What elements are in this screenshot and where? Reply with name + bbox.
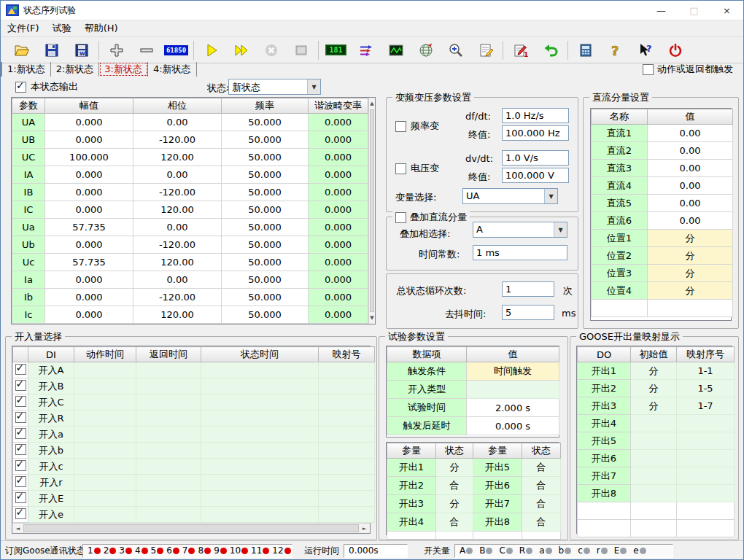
di-value-cell[interactable] xyxy=(74,411,136,427)
param-value-cell[interactable]: 120.00 xyxy=(133,254,222,271)
vector-diagram-button[interactable] xyxy=(351,39,381,61)
column-header[interactable]: 映射序号 xyxy=(677,347,735,362)
column-header[interactable]: DI xyxy=(28,347,74,362)
empty-cell[interactable] xyxy=(648,300,733,317)
empty-cell[interactable] xyxy=(436,532,473,540)
do-mapping-cell[interactable] xyxy=(677,467,735,485)
empty-cell[interactable] xyxy=(631,502,677,520)
param-value-cell[interactable]: 50.000 xyxy=(222,289,309,306)
param-value-cell[interactable]: 50.000 xyxy=(222,184,309,201)
column-header[interactable]: 相位 xyxy=(133,98,222,114)
param-name-cell[interactable]: Ib xyxy=(12,289,45,306)
dvdt-input[interactable]: 1.0 V/s xyxy=(502,150,569,166)
do-name-cell[interactable]: 开出8 xyxy=(578,485,631,502)
param-name-cell[interactable]: IA xyxy=(12,166,45,184)
test-value-cell[interactable]: 0.000 s xyxy=(467,417,559,435)
save-report-button[interactable]: W xyxy=(66,39,96,61)
dc-name-cell[interactable]: 位置1 xyxy=(592,230,648,247)
di-check-cell[interactable] xyxy=(13,475,28,491)
di-value-cell[interactable] xyxy=(319,475,375,491)
di-value-cell[interactable] xyxy=(136,443,201,459)
di-value-cell[interactable] xyxy=(201,459,319,475)
dc-name-cell[interactable]: 位置2 xyxy=(592,247,648,265)
iec61850-button[interactable]: 61850 xyxy=(161,39,191,61)
checkbox-icon[interactable] xyxy=(15,492,26,503)
param-value-cell[interactable]: 0.000 xyxy=(309,306,368,324)
do-name-cell[interactable]: 开出2 xyxy=(578,380,631,397)
param-value-cell[interactable]: 50.000 xyxy=(222,254,309,271)
empty-cell[interactable] xyxy=(578,520,631,537)
di-value-cell[interactable] xyxy=(319,411,375,427)
do-mapping-cell[interactable]: 1-5 xyxy=(677,380,735,397)
param-value-cell[interactable]: 0.000 xyxy=(45,166,133,184)
di-check-cell[interactable] xyxy=(13,507,28,523)
di-value-cell[interactable] xyxy=(136,378,201,394)
minimize-button[interactable]: — xyxy=(645,1,678,20)
do-mapping-cell[interactable] xyxy=(677,432,735,450)
dc-name-cell[interactable]: 位置4 xyxy=(592,282,648,300)
do-name-cell[interactable]: 开出1 xyxy=(578,362,631,380)
param-value-cell[interactable]: 0.000 xyxy=(309,271,368,289)
output-state-cell[interactable]: 合 xyxy=(436,477,473,495)
state-name-combobox[interactable]: 新状态 ▼ xyxy=(228,79,321,95)
time-constant-input[interactable]: 1 ms xyxy=(473,245,567,260)
column-header[interactable]: 初始值 xyxy=(631,347,677,362)
column-header[interactable]: 值 xyxy=(648,109,733,125)
di-value-cell[interactable] xyxy=(74,362,136,378)
loop-count-input[interactable]: 1 xyxy=(502,281,554,297)
di-value-cell[interactable] xyxy=(319,362,375,378)
do-mapping-cell[interactable]: 1-7 xyxy=(677,397,735,415)
empty-cell[interactable] xyxy=(522,532,561,540)
di-check-cell[interactable] xyxy=(13,394,28,411)
freq-ramp-checkbox[interactable]: 频率变 xyxy=(395,120,439,133)
di-name-cell[interactable]: 开入c xyxy=(28,459,74,475)
column-header[interactable]: 幅值 xyxy=(45,98,133,114)
scrollbar-thumb[interactable] xyxy=(23,524,359,532)
di-check-cell[interactable] xyxy=(13,491,28,507)
chevron-down-icon[interactable]: ▼ xyxy=(307,79,320,94)
maximize-button[interactable]: □ xyxy=(678,1,710,20)
di-value-cell[interactable] xyxy=(74,475,136,491)
do-name-cell[interactable]: 开出7 xyxy=(578,467,631,485)
di-name-cell[interactable]: 开入C xyxy=(28,394,74,411)
di-name-cell[interactable]: 开入A xyxy=(28,362,74,378)
checkbox-icon[interactable] xyxy=(15,476,26,487)
tab-state-1[interactable]: 1:新状态 xyxy=(2,62,51,77)
param-value-cell[interactable]: 100.000 xyxy=(45,149,133,166)
param-value-cell[interactable]: 0.000 xyxy=(309,289,368,306)
test-value-cell[interactable]: 时间触发 xyxy=(467,362,559,381)
do-name-cell[interactable]: 开出6 xyxy=(578,450,631,467)
run-all-button[interactable] xyxy=(226,39,256,61)
param-name-cell[interactable]: IC xyxy=(12,201,45,219)
param-value-cell[interactable]: 0.00 xyxy=(133,166,222,184)
di-value-cell[interactable] xyxy=(201,491,319,507)
dc-value-cell[interactable]: 0.00 xyxy=(648,142,733,160)
di-value-cell[interactable] xyxy=(74,491,136,507)
di-value-cell[interactable] xyxy=(74,459,136,475)
param-value-cell[interactable]: 0.000 xyxy=(309,184,368,201)
output-state-cell[interactable]: 合 xyxy=(522,477,561,495)
column-header[interactable]: 状态 xyxy=(436,443,473,459)
do-initial-cell[interactable] xyxy=(631,467,677,485)
output-state-cell[interactable]: 分 xyxy=(436,495,473,513)
context-help-button[interactable]: ? xyxy=(630,39,660,61)
di-value-cell[interactable] xyxy=(201,443,319,459)
param-value-cell[interactable]: 0.000 xyxy=(309,149,368,166)
di-value-cell[interactable] xyxy=(319,378,375,394)
exit-button[interactable] xyxy=(660,39,690,61)
scroll-right-icon[interactable]: ► xyxy=(359,524,370,533)
param-value-cell[interactable]: -120.00 xyxy=(133,289,222,306)
di-name-cell[interactable]: 开入B xyxy=(28,378,74,394)
empty-cell[interactable] xyxy=(473,532,522,540)
variable-select-combobox[interactable]: UA ▼ xyxy=(462,188,558,204)
di-value-cell[interactable] xyxy=(201,475,319,491)
empty-cell[interactable] xyxy=(677,520,735,537)
column-header[interactable]: 名称 xyxy=(592,109,648,125)
checkbox-icon[interactable] xyxy=(15,364,26,375)
dc-value-cell[interactable]: 0.00 xyxy=(648,125,733,142)
undo-button[interactable] xyxy=(535,39,565,61)
open-button[interactable] xyxy=(7,39,36,61)
di-name-cell[interactable]: 开入R xyxy=(28,411,74,427)
checkbox-icon[interactable] xyxy=(395,212,406,223)
param-name-cell[interactable]: Ub xyxy=(12,236,45,254)
